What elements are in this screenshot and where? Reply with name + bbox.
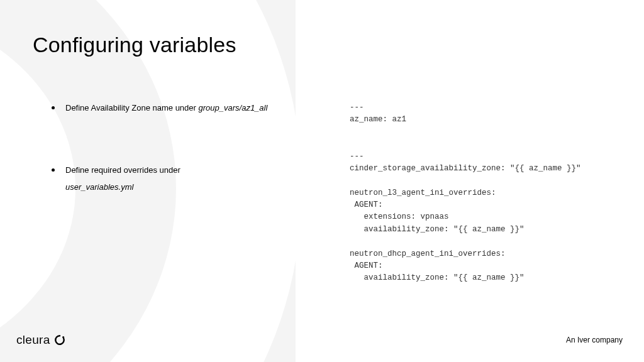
bullet-item: Define Availability Zone name under grou… [52,102,278,115]
footer: cleura An Iver company [0,328,644,347]
bullet-emphasis: user_variables.yml [65,181,278,194]
slide: Configuring variables Define Availabilit… [0,0,644,362]
svg-point-0 [62,336,64,338]
bullet-emphasis: group_vars/az1_all [199,103,268,112]
tagline: An Iver company [566,336,623,344]
brand-name: cleura [16,333,50,347]
code-block: --- az_name: az1 --- cinder_storage_avai… [350,102,626,285]
brand-mark-icon [54,334,65,346]
page-title: Configuring variables [33,33,236,57]
bullet-text: Define required overrides under [65,165,180,175]
brand-logo: cleura [16,333,65,347]
bullet-text: Define Availability Zone name under [65,103,199,112]
content-layer: Configuring variables Define Availabilit… [0,0,644,362]
bullet-list: Define Availability Zone name under grou… [52,102,278,243]
bullet-item: Define required overrides under user_var… [52,164,278,194]
